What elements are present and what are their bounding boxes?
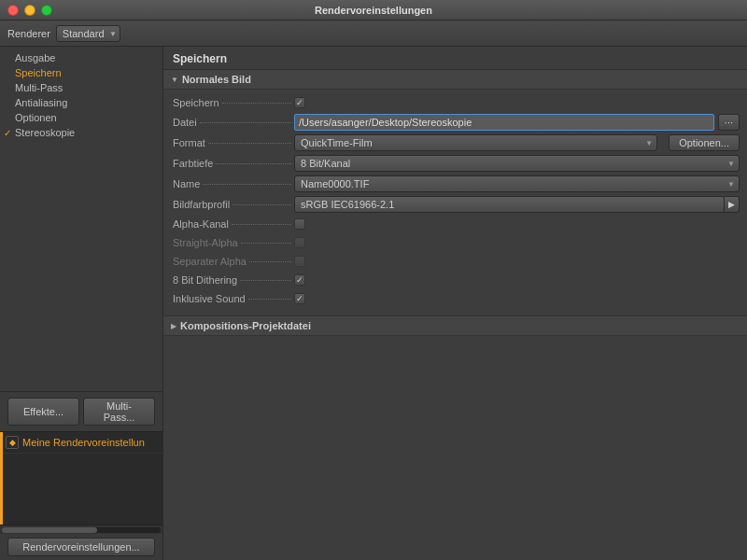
bildfarbprofil-display: sRGB IEC61966-2.1 [294, 196, 725, 213]
queue-item-label: Meine Rendervoreinstellun [22, 437, 145, 448]
form-row-format: Format QuickTime-Film ▼ Optionen... [163, 133, 747, 153]
kompositions-section[interactable]: ▶ Kompositions-Projektdatei [163, 315, 747, 336]
sidebar-buttons: Effekte... Multi-Pass... [0, 392, 162, 431]
speichern-checkbox[interactable] [294, 97, 305, 108]
form-row-inklusive-sound: Inklusive Sound [163, 289, 747, 308]
form-row-alpha-kanal: Alpha-Kanal [163, 215, 747, 233]
sidebar-bottom: Effekte... Multi-Pass... ◆ Meine Renderv… [0, 391, 162, 560]
kompositions-title: Kompositions-Projektdatei [180, 320, 311, 331]
speichern-value [294, 97, 740, 108]
form-row-bildfarbprofil: Bildfarbprofil sRGB IEC61966-2.1 ▶ [163, 194, 747, 215]
format-value: QuickTime-Film ▼ Optionen... [294, 134, 740, 151]
alpha-kanal-label: Alpha-Kanal [173, 218, 294, 230]
render-queue: ◆ Meine Rendervoreinstellun [0, 431, 162, 525]
datei-input[interactable] [294, 114, 714, 131]
alpha-kanal-value [294, 218, 740, 230]
bit-dithering-checkbox[interactable] [294, 274, 305, 286]
name-dropdown-wrapper[interactable]: Name0000.TIF ▼ [294, 175, 740, 192]
straight-alpha-value [294, 237, 740, 248]
kompositions-triangle-icon: ▶ [171, 322, 176, 330]
maximize-button[interactable] [41, 5, 52, 16]
sidebar-scroll-thumb[interactable] [2, 527, 97, 533]
sidebar-item-optionen[interactable]: Optionen [0, 110, 162, 125]
farbtiefe-dropdown-wrapper[interactable]: 8 Bit/Kanal ▼ [294, 155, 740, 172]
separater-alpha-value [294, 256, 740, 267]
inklusive-sound-label: Inklusive Sound [173, 293, 294, 304]
content-header: Speichern [163, 47, 747, 70]
renderer-select[interactable]: Standard [56, 25, 120, 42]
farbtiefe-value: 8 Bit/Kanal ▼ [294, 155, 740, 172]
normales-bild-header[interactable]: ▼ Normales Bild [163, 70, 747, 90]
content-area: Speichern ▼ Normales Bild Speichern [163, 47, 747, 560]
sidebar-scrollbar[interactable] [0, 525, 162, 534]
bildfarbprofil-label: Bildfarbprofil [173, 199, 294, 210]
name-label: Name [173, 178, 294, 189]
stereoskopie-check-icon: ✓ [4, 128, 11, 138]
renderer-select-wrapper[interactable]: Standard ▼ [56, 25, 120, 42]
sidebar-nav: Ausgabe Speichern Multi-Pass Antialiasin… [0, 47, 162, 391]
form-row-separater-alpha: Separater Alpha [163, 252, 747, 271]
normales-bild-triangle-icon: ▼ [171, 76, 178, 84]
bildfarbprofil-wrapper[interactable]: sRGB IEC61966-2.1 ▶ [294, 196, 740, 213]
form-row-farbtiefe: Farbtiefe 8 Bit/Kanal ▼ [163, 153, 747, 174]
sidebar-item-multipass[interactable]: Multi-Pass [0, 80, 162, 95]
format-dropdown-wrapper[interactable]: QuickTime-Film ▼ [294, 134, 657, 151]
rendervoreinstellungen-button[interactable]: Rendervoreinstellungen... [7, 538, 155, 556]
bit-dithering-value [294, 274, 740, 286]
sidebar-item-stereoskopie[interactable]: ✓ Stereoskopie [0, 125, 162, 140]
bit-dithering-label: 8 Bit Dithering [173, 274, 294, 286]
toolbar: Renderer Standard ▼ [0, 21, 747, 47]
sidebar: Ausgabe Speichern Multi-Pass Antialiasin… [0, 47, 163, 560]
queue-item[interactable]: ◆ Meine Rendervoreinstellun [0, 432, 162, 454]
queue-item-icon: ◆ [6, 436, 19, 449]
inklusive-sound-value [294, 293, 740, 304]
close-button[interactable] [7, 5, 19, 16]
sidebar-item-ausgabe[interactable]: Ausgabe [0, 50, 162, 65]
form-row-bit-dithering: 8 Bit Dithering [163, 271, 747, 289]
alpha-kanal-checkbox[interactable] [294, 218, 305, 230]
bildfarbprofil-arrow-button[interactable]: ▶ [725, 196, 740, 213]
form-row-straight-alpha: Straight-Alpha [163, 233, 747, 252]
sidebar-item-speichern[interactable]: Speichern [0, 65, 162, 80]
straight-alpha-checkbox[interactable] [294, 237, 305, 248]
form-row-speichern: Speichern [163, 93, 747, 112]
normales-bild-title: Normales Bild [182, 74, 251, 85]
multi-pass-button[interactable]: Multi-Pass... [83, 398, 155, 426]
name-dropdown[interactable]: Name0000.TIF [294, 175, 740, 192]
form-row-datei: Datei ··· [163, 112, 747, 133]
renderer-label: Renderer [7, 28, 50, 39]
farbtiefe-dropdown[interactable]: 8 Bit/Kanal [294, 155, 740, 172]
sidebar-scroll-track [2, 527, 161, 533]
format-label: Format [173, 137, 294, 148]
datei-value: ··· [294, 114, 740, 131]
file-browse-button[interactable]: ··· [718, 114, 740, 131]
datei-label: Datei [173, 117, 294, 128]
inklusive-sound-checkbox[interactable] [294, 293, 305, 304]
optionen-button[interactable]: Optionen... [669, 134, 740, 151]
window-title: Rendervoreinstellungen [315, 5, 432, 16]
title-bar: Rendervoreinstellungen [0, 0, 747, 21]
minimize-button[interactable] [24, 5, 35, 16]
format-dropdown[interactable]: QuickTime-Film [294, 134, 657, 151]
queue-left-bar [0, 432, 3, 525]
separater-alpha-label: Separater Alpha [173, 256, 294, 267]
effekte-button[interactable]: Effekte... [7, 398, 79, 426]
form-row-name: Name Name0000.TIF ▼ [163, 174, 747, 194]
normales-bild-section: ▼ Normales Bild Speichern [163, 70, 747, 312]
window-controls[interactable] [7, 5, 52, 16]
separater-alpha-checkbox[interactable] [294, 256, 305, 267]
speichern-label: Speichern [173, 97, 294, 108]
bildfarbprofil-value: sRGB IEC61966-2.1 ▶ [294, 196, 740, 213]
sidebar-item-antialiasing[interactable]: Antialiasing [0, 95, 162, 110]
main-layout: Ausgabe Speichern Multi-Pass Antialiasin… [0, 47, 747, 560]
farbtiefe-label: Farbtiefe [173, 158, 294, 169]
name-value: Name0000.TIF ▼ [294, 175, 740, 192]
form-area: Speichern Datei ··· [163, 90, 747, 312]
straight-alpha-label: Straight-Alpha [173, 237, 294, 248]
